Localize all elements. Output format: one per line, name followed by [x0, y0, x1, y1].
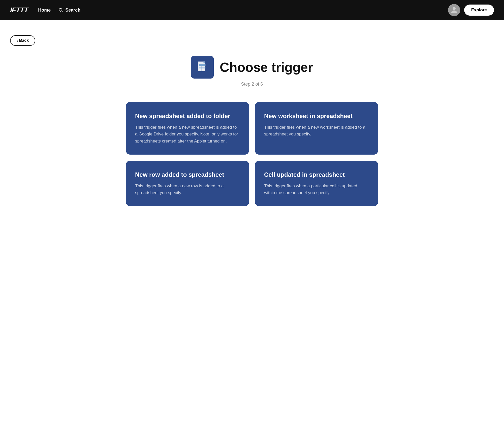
- trigger-description: This trigger fires when a new row is add…: [135, 183, 240, 196]
- svg-point-2: [453, 7, 456, 10]
- page-title: Choose trigger: [220, 60, 313, 75]
- trigger-title: New spreadsheet added to folder: [135, 112, 240, 120]
- trigger-card-new-spreadsheet-folder[interactable]: New spreadsheet added to folderThis trig…: [126, 102, 249, 155]
- avatar[interactable]: [448, 4, 460, 16]
- explore-button[interactable]: Explore: [464, 5, 494, 16]
- trigger-description: This trigger fires when a new spreadshee…: [135, 124, 240, 145]
- svg-rect-4: [204, 62, 205, 63]
- search-link[interactable]: Search: [58, 8, 80, 13]
- main-content: ‹ Back Choose trigger Step 2 of 6 New sp…: [0, 20, 504, 426]
- page-header: Choose trigger Step 2 of 6: [10, 56, 494, 87]
- navbar: IFTTT Home Search Explore: [0, 0, 504, 20]
- trigger-card-cell-updated[interactable]: Cell updated in spreadsheetThis trigger …: [255, 161, 378, 206]
- header-top: Choose trigger: [191, 56, 313, 79]
- trigger-card-new-worksheet[interactable]: New worksheet in spreadsheetThis trigger…: [255, 102, 378, 155]
- avatar-icon: [450, 6, 459, 15]
- search-icon: [58, 8, 63, 13]
- sheets-icon: [196, 60, 209, 74]
- triggers-grid: New spreadsheet added to folderThis trig…: [126, 102, 378, 206]
- trigger-title: Cell updated in spreadsheet: [264, 171, 369, 179]
- trigger-card-new-row[interactable]: New row added to spreadsheetThis trigger…: [126, 161, 249, 206]
- logo[interactable]: IFTTT: [10, 6, 28, 14]
- trigger-title: New worksheet in spreadsheet: [264, 112, 369, 120]
- step-indicator: Step 2 of 6: [241, 82, 263, 87]
- service-icon: [191, 56, 214, 79]
- back-button[interactable]: ‹ Back: [10, 35, 35, 46]
- home-link[interactable]: Home: [38, 8, 51, 13]
- trigger-description: This trigger fires when a particular cel…: [264, 183, 369, 196]
- svg-line-1: [62, 11, 63, 12]
- trigger-description: This trigger fires when a new worksheet …: [264, 124, 369, 137]
- nav-right: Explore: [448, 4, 494, 16]
- trigger-title: New row added to spreadsheet: [135, 171, 240, 179]
